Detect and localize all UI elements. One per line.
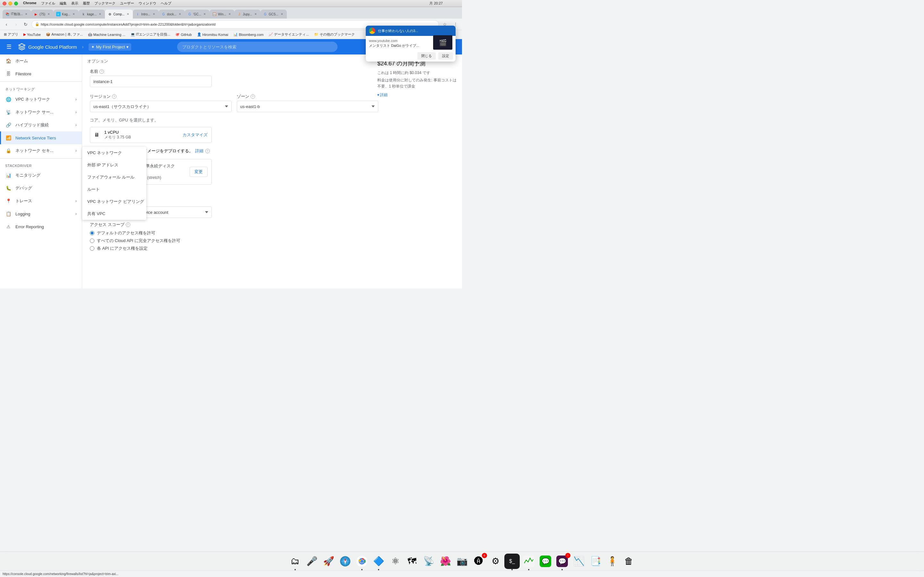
- bookmark-amazon[interactable]: 📦 Amazon | 本, ファ...: [45, 31, 84, 37]
- notification-thumbnail: 🎬: [433, 35, 452, 50]
- tab-label: Kag...: [62, 13, 70, 16]
- tab-compute[interactable]: ⚙ Comp... ✕: [105, 10, 133, 19]
- tab-gc[interactable]: G 'GC... ✕: [185, 10, 210, 19]
- bookmark-bloomberg[interactable]: 📊 Bloomberg.com: [232, 32, 265, 37]
- tab-favicon: G: [263, 12, 268, 16]
- forward-btn[interactable]: ›: [12, 21, 20, 28]
- menu-view[interactable]: 表示: [71, 1, 78, 6]
- sidebar-item-monitoring[interactable]: 📊 モニタリング: [0, 169, 82, 182]
- maximize-btn[interactable]: [14, 2, 18, 5]
- tab-close[interactable]: ✕: [24, 12, 29, 16]
- notification-settings-button[interactable]: 設定: [438, 52, 453, 60]
- sidebar-item-network-service[interactable]: 📡 ネットワーク サー... ›: [0, 106, 82, 119]
- sidebar-item-error[interactable]: ⚠ Error Reporting: [0, 220, 82, 233]
- sidebar-item-network-sec[interactable]: 🔒 ネットワーク セキ... ›: [0, 144, 82, 157]
- sidebar-item-vpc[interactable]: 🌐 VPC ネットワーク ›: [0, 93, 82, 106]
- tab-close[interactable]: ✕: [254, 12, 258, 16]
- sidebar-item-home[interactable]: 🏠 ホーム: [0, 55, 82, 67]
- url-text: https://console.cloud.google.com/compute…: [41, 23, 216, 26]
- dropdown-external-ip[interactable]: 外部 IP アドレス: [82, 159, 146, 171]
- close-btn[interactable]: [3, 2, 6, 5]
- tab-close[interactable]: ✕: [152, 12, 156, 16]
- tab-jupy[interactable]: J Jupy... ✕: [234, 10, 260, 19]
- tab-close[interactable]: ✕: [71, 12, 76, 16]
- sidebar-item-trace[interactable]: 📍 トレース ›: [0, 195, 82, 207]
- customize-link[interactable]: カスタマイズ: [183, 132, 208, 138]
- radio-all-input[interactable]: [90, 239, 94, 243]
- tab-gcs[interactable]: G GCS... ✕: [260, 10, 287, 19]
- bookmark-it[interactable]: 💻 ITエンジニアを目指...: [129, 31, 172, 37]
- tab-close[interactable]: ✕: [47, 12, 51, 16]
- menu-file[interactable]: ファイル: [41, 1, 55, 6]
- tab-it[interactable]: 📚 IT勉強... ✕: [3, 10, 31, 19]
- radio-default[interactable]: デフォルトのアクセス権を許可: [90, 230, 454, 236]
- tab-close[interactable]: ✕: [280, 12, 284, 16]
- bookmark-datascience[interactable]: 📈 データサイエンティ...: [267, 31, 310, 37]
- search-input[interactable]: [177, 42, 338, 52]
- sidebar-item-debug[interactable]: 🐛 デバッグ: [0, 182, 82, 195]
- tab-close[interactable]: ✕: [202, 12, 207, 16]
- project-selector[interactable]: ✦ My First Project ▾: [89, 43, 131, 51]
- bookmark-hiromitsu[interactable]: 👤 Hiromitsu Komai: [196, 32, 230, 37]
- minimize-btn[interactable]: [8, 2, 12, 5]
- tab-win[interactable]: 🪟 Win... ✕: [210, 10, 234, 19]
- tab-close[interactable]: ✕: [178, 12, 182, 16]
- menu-bookmarks[interactable]: ブックマーク: [94, 1, 115, 6]
- menu-history[interactable]: 履歴: [83, 1, 90, 6]
- tab-intro[interactable]: i Intro... ✕: [133, 10, 158, 19]
- bookmark-ml[interactable]: 🤖 Machine Learning ...: [87, 32, 127, 37]
- traffic-lights[interactable]: [3, 2, 18, 5]
- sidebar-item-hybrid[interactable]: 🔗 ハイブリッド接続 ›: [0, 119, 82, 131]
- tab-dock[interactable]: G dock... ✕: [159, 10, 185, 19]
- radio-each-input[interactable]: [90, 246, 94, 251]
- home-icon: 🏠: [5, 58, 11, 64]
- refresh-btn[interactable]: ↻: [22, 21, 29, 28]
- radio-all[interactable]: すべての Cloud API に完全アクセス権を許可: [90, 238, 454, 243]
- tab-favicon: ▶: [34, 12, 38, 16]
- bookmark-others[interactable]: 📁 その他のブックマーク: [313, 31, 356, 37]
- tab-close[interactable]: ✕: [228, 12, 232, 16]
- name-help-icon[interactable]: ?: [99, 69, 104, 74]
- zone-select[interactable]: us-east1-b: [237, 101, 379, 112]
- radio-each[interactable]: 各 API にアクセス権を設定: [90, 245, 454, 251]
- dropdown-vpc-network[interactable]: VPC ネットワーク: [82, 147, 146, 159]
- menu-help[interactable]: ヘルプ: [161, 1, 171, 6]
- dropdown-routes[interactable]: ルート: [82, 183, 146, 195]
- dropdown-vpc-peering[interactable]: VPC ネットワーク ピアリング: [82, 195, 146, 208]
- bookmark-apps[interactable]: ⊞ アプリ: [3, 31, 19, 37]
- gcp-search[interactable]: [177, 42, 338, 52]
- sidebar-item-filestore[interactable]: 🗄 Filestore: [0, 67, 82, 80]
- tab-label: dock...: [167, 13, 176, 16]
- dropdown-shared-vpc[interactable]: 共有 VPC: [82, 208, 146, 220]
- as-help-icon[interactable]: ?: [126, 222, 130, 227]
- name-input[interactable]: [90, 76, 212, 87]
- change-disk-button[interactable]: 変更: [190, 167, 208, 177]
- back-btn[interactable]: ‹: [3, 21, 10, 28]
- tab-close[interactable]: ✕: [98, 12, 102, 16]
- network-service-icon: 📡: [5, 109, 11, 115]
- container-link[interactable]: 詳細: [195, 148, 204, 154]
- tab-close[interactable]: ✕: [126, 12, 130, 16]
- sidebar-item-logging[interactable]: 📋 Logging ›: [0, 207, 82, 220]
- tab-yt[interactable]: ▶ (75) ✕: [31, 10, 53, 19]
- tab-favicon: J: [237, 12, 242, 16]
- notification-close-button[interactable]: 閉じる: [417, 52, 436, 60]
- hamburger-menu[interactable]: ☰: [5, 43, 13, 51]
- zone-help-icon[interactable]: ?: [250, 94, 255, 99]
- container-help-icon[interactable]: ?: [205, 149, 210, 153]
- region-select[interactable]: us-east1（サウスカロライナ）: [90, 101, 232, 112]
- radio-default-input[interactable]: [90, 231, 94, 235]
- sidebar-trace-label: トレース: [15, 198, 71, 204]
- region-help-icon[interactable]: ?: [112, 94, 116, 99]
- machine-memory: メモリ 3.75 GB: [104, 135, 131, 140]
- bookmark-youtube[interactable]: ▶ YouTube: [22, 32, 42, 37]
- sidebar-item-nst[interactable]: 📶 Network Service Tiers: [0, 131, 82, 144]
- tab-kaggle[interactable]: K Kag... ✕: [53, 10, 79, 19]
- tab-kage[interactable]: k kage... ✕: [79, 10, 105, 19]
- bookmark-github[interactable]: 🐙 GitHub: [174, 32, 193, 37]
- menu-user[interactable]: ユーザー: [120, 1, 134, 6]
- dropdown-firewall[interactable]: ファイアウォール ルール: [82, 171, 146, 183]
- pricing-details-link[interactable]: ▾ 詳細: [377, 92, 457, 98]
- menu-edit[interactable]: 編集: [60, 1, 67, 6]
- menu-window[interactable]: ウィンドウ: [139, 1, 156, 6]
